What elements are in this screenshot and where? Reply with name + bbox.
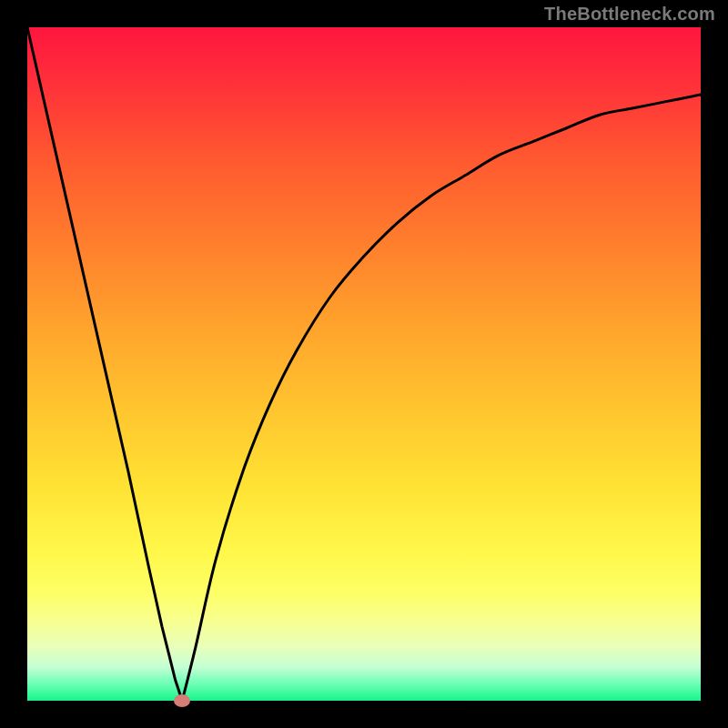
watermark-text: TheBottleneck.com: [544, 4, 715, 25]
line-chart: [27, 27, 701, 701]
curve-left-branch: [27, 27, 182, 701]
chart-frame: TheBottleneck.com: [0, 0, 728, 728]
curve-right-branch: [182, 95, 701, 701]
minimum-marker: [174, 694, 190, 707]
plot-area: [27, 27, 701, 701]
